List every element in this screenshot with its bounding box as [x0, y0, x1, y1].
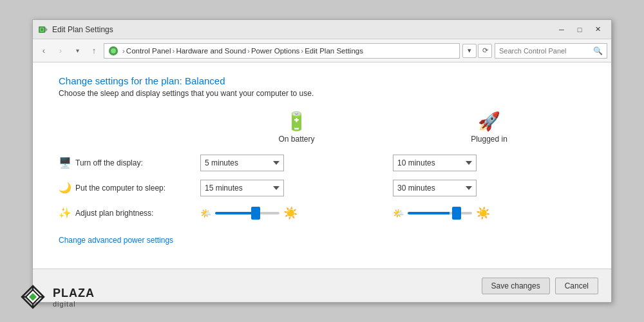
- brightness-battery-cell: 🌤️ ☀️: [200, 201, 393, 225]
- svg-rect-2: [41, 28, 43, 31]
- watermark: PLAZA digital: [19, 283, 95, 310]
- display-pluggedin-select[interactable]: 10 minutes 5 minutes 15 minutes 20 minut…: [393, 155, 477, 171]
- recent-button[interactable]: ▾: [70, 44, 84, 58]
- brightness-label: Adjust plan brightness:: [75, 209, 153, 218]
- brightness-pluggedin-slider[interactable]: [408, 212, 472, 214]
- content-area: Change settings for the plan: Balanced C…: [33, 62, 611, 269]
- brand-name: PLAZA: [53, 287, 95, 300]
- pluggedin-icon: 🚀: [478, 111, 500, 132]
- display-pluggedin-cell: 10 minutes 5 minutes 15 minutes 20 minut…: [393, 151, 585, 175]
- content-inner: Change settings for the plan: Balanced C…: [33, 62, 611, 258]
- sleep-label-row: 🌙 Put the computer to sleep:: [59, 175, 200, 200]
- address-bar: ‹ › ▾ ↑ › Control Panel › Hardware and S…: [33, 39, 611, 62]
- plaza-logo: [19, 283, 46, 310]
- display-battery-select[interactable]: 5 minutes 1 minute 2 minutes 10 minutes …: [200, 155, 284, 171]
- address-path: › Control Panel › Hardware and Sound › P…: [104, 43, 460, 59]
- path-hardware[interactable]: Hardware and Sound: [176, 47, 246, 55]
- svg-marker-3: [45, 27, 48, 32]
- battery-header: 🔋 On battery: [200, 111, 393, 150]
- path-power[interactable]: Power Options: [251, 47, 299, 55]
- dropdown-button[interactable]: ▾: [462, 44, 477, 58]
- minimize-button[interactable]: ─: [553, 23, 570, 36]
- turn-off-display-label: Turn off the display:: [75, 158, 143, 167]
- sleep-icon: 🌙: [59, 182, 71, 194]
- path-sep-1: ›: [122, 47, 125, 55]
- bottom-bar: Save changes Cancel: [33, 269, 611, 302]
- window-title: Edit Plan Settings: [52, 25, 553, 34]
- brightness-label-row: ✨ Adjust plan brightness:: [59, 200, 200, 225]
- cancel-button[interactable]: Cancel: [555, 278, 598, 294]
- sun-big-battery-icon: ☀️: [283, 206, 298, 220]
- battery-label: On battery: [278, 135, 314, 144]
- svg-point-5: [111, 48, 116, 53]
- close-button[interactable]: ✕: [589, 23, 606, 36]
- path-sep-3: ›: [247, 47, 250, 55]
- sleep-label: Put the computer to sleep:: [75, 184, 166, 193]
- path-control-panel[interactable]: Control Panel: [126, 47, 171, 55]
- brightness-battery-slider[interactable]: [215, 212, 279, 214]
- settings-grid: 🔋 On battery 🚀 Plugged in 🖥️ Turn off th…: [59, 111, 585, 225]
- search-box: 🔍: [495, 43, 607, 59]
- display-battery-cell: 5 minutes 1 minute 2 minutes 10 minutes …: [200, 151, 393, 175]
- display-label-row: 🖥️ Turn off the display:: [59, 150, 200, 175]
- maximize-button[interactable]: □: [571, 23, 588, 36]
- sleep-pluggedin-select[interactable]: 30 minutes 15 minutes 20 minutes 45 minu…: [393, 180, 477, 196]
- sun-big-pluggedin-icon: ☀️: [476, 206, 490, 220]
- brightness-pluggedin-cell: 🌤️ ☀️: [393, 201, 585, 225]
- sleep-battery-cell: 15 minutes 5 minutes 10 minutes 20 minut…: [200, 176, 393, 200]
- sun-small-battery-icon: 🌤️: [200, 208, 211, 218]
- main-window: Edit Plan Settings ─ □ ✕ ‹ › ▾ ↑ › Contr…: [32, 19, 612, 303]
- sleep-pluggedin-cell: 30 minutes 15 minutes 20 minutes 45 minu…: [393, 176, 585, 200]
- pluggedin-header: 🚀 Plugged in: [393, 111, 585, 150]
- up-button[interactable]: ↑: [87, 44, 101, 58]
- brand-sub: digital: [53, 300, 95, 308]
- title-bar: Edit Plan Settings ─ □ ✕: [33, 20, 611, 39]
- save-button[interactable]: Save changes: [482, 278, 550, 294]
- advanced-link[interactable]: Change advanced power settings: [59, 236, 173, 245]
- watermark-text-block: PLAZA digital: [53, 287, 95, 308]
- forward-button[interactable]: ›: [53, 44, 68, 58]
- sun-small-pluggedin-icon: 🌤️: [393, 208, 404, 218]
- plan-title: Change settings for the plan: Balanced: [59, 75, 585, 86]
- window-icon: [38, 24, 48, 35]
- search-icon[interactable]: 🔍: [593, 46, 603, 55]
- display-icon: 🖥️: [59, 156, 71, 169]
- path-edit-plan[interactable]: Edit Plan Settings: [305, 47, 363, 55]
- address-controls: ▾ ⟳: [462, 44, 492, 58]
- path-sep-4: ›: [301, 47, 303, 55]
- battery-icon: 🔋: [285, 111, 308, 132]
- refresh-button[interactable]: ⟳: [478, 44, 492, 58]
- plan-subtitle: Choose the sleep and display settings th…: [59, 89, 585, 98]
- window-controls: ─ □ ✕: [553, 23, 606, 36]
- pluggedin-label: Plugged in: [471, 135, 507, 144]
- sleep-battery-select[interactable]: 15 minutes 5 minutes 10 minutes 20 minut…: [200, 180, 284, 196]
- back-button[interactable]: ‹: [37, 44, 51, 58]
- search-input[interactable]: [499, 47, 593, 55]
- path-sep-2: ›: [173, 47, 175, 55]
- brightness-label-icon: ✨: [59, 207, 71, 219]
